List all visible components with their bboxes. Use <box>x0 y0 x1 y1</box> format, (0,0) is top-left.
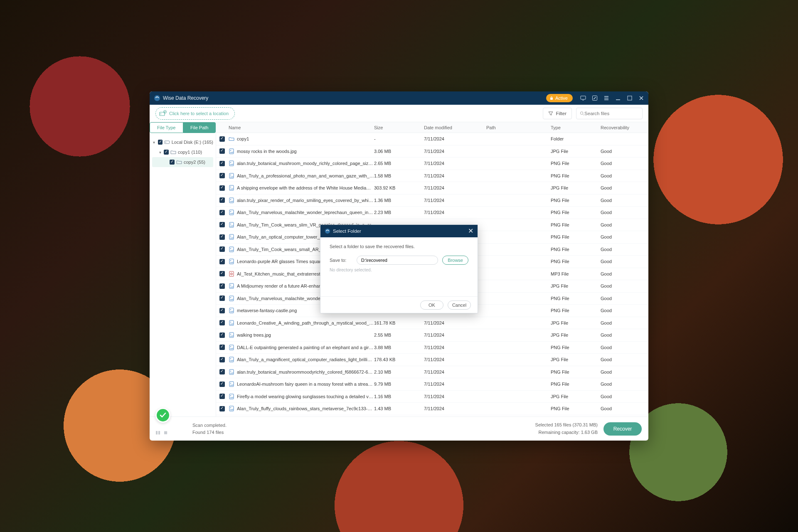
file-size: 1.16 MB <box>374 394 424 399</box>
cancel-button[interactable]: Cancel <box>448 300 471 310</box>
active-badge[interactable]: Active <box>546 94 573 102</box>
tab-file-path[interactable]: File Path <box>183 122 216 133</box>
file-recoverability: Good <box>601 320 648 325</box>
browse-button[interactable]: Browse <box>442 256 468 265</box>
menu-icon[interactable] <box>603 95 609 101</box>
table-row[interactable]: Alan_Truly_a_magnificent_optical_compute… <box>216 354 648 366</box>
row-checkbox[interactable] <box>219 197 225 203</box>
file-type: PNG File <box>551 406 601 411</box>
col-path[interactable]: Path <box>486 125 551 130</box>
tree-checkbox[interactable] <box>158 140 163 145</box>
table-row[interactable]: copy1-7/11/2024Folder <box>216 133 648 145</box>
file-date: 7/11/2024 <box>424 345 486 350</box>
row-checkbox[interactable] <box>219 357 225 362</box>
table-row[interactable]: DALL-E outpainting generated a painting … <box>216 342 648 354</box>
tree-node-copy2[interactable]: copy2 (55) <box>152 157 213 167</box>
table-row[interactable]: walking trees.jpg2.55 MB7/11/2024JPG Fil… <box>216 329 648 342</box>
row-checkbox[interactable] <box>219 296 225 301</box>
file-type-icon <box>229 271 234 277</box>
table-row[interactable]: alan.truly_botanical_mushroommoodyrichly… <box>216 366 648 379</box>
tree-node-local-disk[interactable]: ▾ Local Disk (E:) (165) <box>152 137 213 147</box>
col-type[interactable]: Type <box>551 125 601 130</box>
col-name[interactable]: Name <box>228 125 374 130</box>
svg-rect-34 <box>229 283 234 288</box>
folder-tree: ▾ Local Disk (E:) (165) ▾ copy1 (110) co… <box>150 135 216 169</box>
folder-icon <box>170 149 176 155</box>
file-type-icon <box>229 222 234 228</box>
col-size[interactable]: Size <box>374 125 424 130</box>
row-checkbox[interactable] <box>219 271 225 276</box>
tree-checkbox[interactable] <box>170 160 175 165</box>
chevron-down-icon[interactable]: ▾ <box>152 140 156 145</box>
table-row[interactable]: Alan_Truly_fluffy_clouds_rainbows_stars_… <box>216 403 648 415</box>
tab-file-type[interactable]: File Type <box>150 122 183 133</box>
recover-button[interactable]: Recover <box>603 422 642 436</box>
row-checkbox[interactable] <box>219 173 225 178</box>
search-box[interactable] <box>576 108 643 119</box>
row-checkbox[interactable] <box>219 332 225 338</box>
row-checkbox[interactable] <box>219 234 225 240</box>
table-row[interactable]: mossy rocks in the woods.jpg3.06 MB7/11/… <box>216 145 648 158</box>
svg-rect-29 <box>229 259 234 264</box>
file-type: PNG File <box>551 247 601 252</box>
row-checkbox[interactable] <box>219 394 225 399</box>
col-date[interactable]: Date modified <box>424 125 486 130</box>
row-checkbox[interactable] <box>219 259 225 264</box>
table-row[interactable]: LeonardoAI-mushroom fairy queen in a mos… <box>216 378 648 391</box>
col-recoverability[interactable]: Recoverability <box>601 125 648 130</box>
row-checkbox[interactable] <box>219 161 225 166</box>
app-logo-icon <box>325 228 330 234</box>
file-type-icon <box>229 296 234 301</box>
save-path-input[interactable] <box>357 256 438 265</box>
maximize-icon[interactable] <box>627 95 633 101</box>
feedback-icon[interactable] <box>580 95 586 101</box>
row-checkbox[interactable] <box>219 320 225 325</box>
dialog-close-icon[interactable]: ✕ <box>468 228 473 234</box>
row-checkbox[interactable] <box>219 222 225 227</box>
stop-icon[interactable]: ◼ <box>164 430 167 435</box>
row-checkbox[interactable] <box>219 382 225 387</box>
table-row[interactable]: Alan_Truly_a_professional_photo_man_and_… <box>216 170 648 182</box>
svg-rect-36 <box>229 296 234 301</box>
svg-point-49 <box>230 371 231 372</box>
select-location-button[interactable]: Click here to select a location <box>155 107 235 120</box>
tree-node-copy1[interactable]: ▾ copy1 (110) <box>152 147 213 157</box>
file-type: PNG File <box>551 369 601 374</box>
table-row[interactable]: alan.truly_pixar_render_of_mario_smiling… <box>216 195 648 207</box>
svg-point-33 <box>231 273 232 274</box>
search-input[interactable] <box>584 111 639 116</box>
table-row[interactable]: Leonardo_Creative_A_winding_path_through… <box>216 317 648 330</box>
svg-point-16 <box>230 175 231 175</box>
pause-icon[interactable]: ▮▮ <box>155 430 160 435</box>
row-checkbox[interactable] <box>219 136 225 142</box>
edit-icon[interactable] <box>592 95 598 101</box>
row-checkbox[interactable] <box>219 308 225 313</box>
table-row[interactable]: A shipping envelope with the address of … <box>216 182 648 195</box>
table-row[interactable]: Alan_Truly_marvelous_malachite_wonder_le… <box>216 207 648 219</box>
row-checkbox[interactable] <box>219 210 225 215</box>
row-checkbox[interactable] <box>219 283 225 289</box>
disk-icon <box>164 139 170 145</box>
row-checkbox[interactable] <box>219 345 225 350</box>
close-icon[interactable] <box>638 95 644 101</box>
row-checkbox[interactable] <box>219 406 225 411</box>
table-row[interactable]: alan.truly_botanical_mushroom_moody_rich… <box>216 158 648 170</box>
select-folder-dialog: Select Folder ✕ Select a folder to save … <box>320 224 478 313</box>
row-checkbox[interactable] <box>219 185 225 191</box>
playback-controls: ▮▮ ◼ <box>155 430 167 435</box>
chevron-down-icon[interactable]: ▾ <box>158 150 162 155</box>
tree-checkbox[interactable] <box>164 150 169 155</box>
filter-button[interactable]: Filter <box>543 108 572 119</box>
row-checkbox[interactable] <box>219 369 225 374</box>
file-size: 2.10 MB <box>374 369 424 374</box>
file-size: 161.78 KB <box>374 320 424 325</box>
file-name: mossy rocks in the woods.jpg <box>237 149 297 154</box>
row-checkbox[interactable] <box>219 246 225 252</box>
row-checkbox[interactable] <box>219 148 225 154</box>
file-type: PNG File <box>551 382 601 387</box>
file-name: metaverse-fantasy-castle.png <box>237 308 297 313</box>
ok-button[interactable]: OK <box>420 300 443 310</box>
table-row[interactable]: Firefly-a model wearing glowing sunglass… <box>216 391 648 403</box>
minimize-icon[interactable] <box>615 95 621 101</box>
file-recoverability: Good <box>601 247 648 252</box>
